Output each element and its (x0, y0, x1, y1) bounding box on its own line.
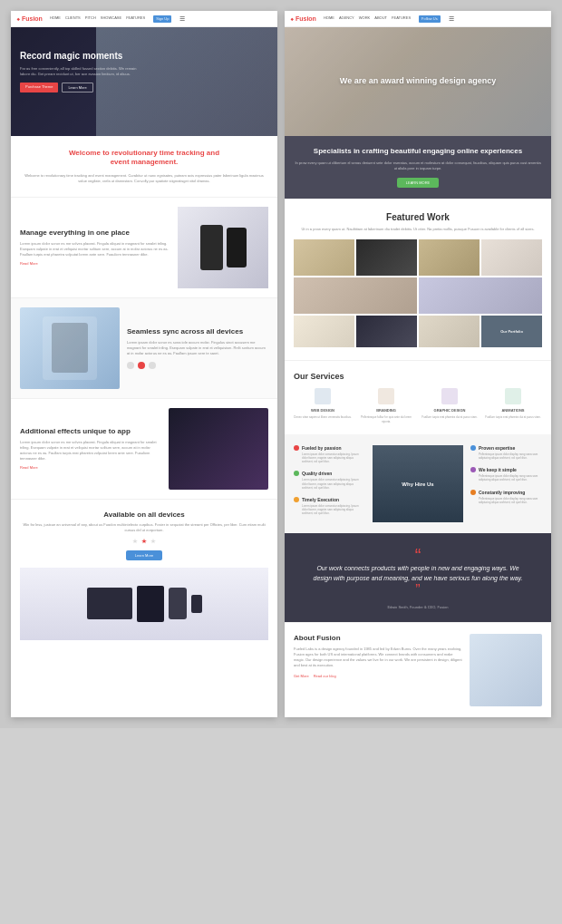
service-animations-title: ANIMATIONS (484, 408, 542, 413)
portfolio-item-3[interactable] (419, 239, 480, 276)
why-item-quality: Quality driven Lorem ipsum dolor consect… (294, 471, 365, 490)
why-item-improving-text: Pellentesque ipsum dolor display nang sa… (470, 497, 542, 504)
left-section2-body: Lorem ipsum dolor sonor es me volves pla… (20, 241, 170, 258)
left-section3-image (20, 307, 120, 389)
why-dot-quality (294, 471, 299, 476)
left-section2-title: Manage everything in one place (20, 229, 170, 238)
service-animations-desc: Fuallum turpis erat pharetra dui at puru… (484, 415, 542, 419)
circle-icon-2 (138, 362, 145, 369)
why-item-improving: Constantly improving Pellentesque ipsum … (470, 490, 542, 504)
phone-mock-2 (227, 228, 247, 267)
left-section3-text-block: Seamless sync across all devices Lorem i… (127, 327, 268, 369)
left-nav-signup[interactable]: Sign Up (153, 15, 171, 23)
portfolio-button[interactable]: Our Portfolio (481, 316, 542, 347)
left-section2-text-block: Manage everything in one place Lorem ips… (20, 229, 170, 266)
right-nav-agency[interactable]: AGENCY (339, 15, 354, 23)
right-section2-title: Featured Work (294, 212, 542, 222)
right-section-services: Our Services WEB DESIGN Donec vitae sapi… (285, 360, 551, 433)
left-section3-body: Lorem ipsam dolor sonor es sona tole acc… (127, 340, 268, 356)
left-section1-title: Welcome to revolutionary time tracking a… (63, 149, 226, 168)
about-links: Get More Read our blog (294, 674, 462, 678)
right-section1-title: Specialists in crafting beautiful engagi… (294, 147, 542, 156)
left-hero-text: Far as free conveniently, all top skille… (20, 66, 138, 76)
graphic-design-icon (441, 388, 458, 404)
services-grid: WEB DESIGN Donec vitae sapien ut libero … (294, 388, 542, 423)
right-section-featured-work: Featured Work Ut in a prow every quam ut… (285, 199, 551, 360)
portfolio-item-7[interactable] (294, 316, 354, 347)
right-nav-work[interactable]: WORK (359, 15, 370, 23)
right-nav-items: HOME AGENCY WORK ABOUT FEATURES Follow U… (324, 15, 454, 23)
service-web-design-title: WEB DESIGN (294, 408, 352, 413)
right-nav-about[interactable]: ABOUT (374, 15, 387, 23)
left-nav-home[interactable]: HOME (50, 15, 61, 23)
left-nav-showcase[interactable]: SHOWCASE (101, 15, 121, 23)
left-section1-text: Welcome to revolutionary time tracking a… (20, 173, 268, 184)
why-hire-us-image: Why Hire Us (373, 445, 463, 523)
why-item-expertise: Proven expertise Pellentesque ipsum dolo… (470, 445, 542, 460)
portfolio-item-6[interactable] (419, 277, 542, 314)
right-logo: ⬥ Fusion (290, 15, 316, 22)
right-hero-content: We are an award winning design agency (340, 76, 496, 87)
why-item-quality-text: Lorem ipsum dolor consectur adipiscing. … (294, 478, 365, 490)
about-image (470, 634, 542, 706)
portfolio-item-1[interactable] (294, 239, 354, 276)
right-nav-follow[interactable]: Follow Us (419, 15, 441, 23)
left-section3-title: Seamless sync across all devices (127, 327, 268, 336)
right-section-specialists: Specialists in crafting beautiful engagi… (285, 136, 551, 199)
why-hire-right: Proven expertise Pellentesque ipsum dolo… (463, 445, 542, 523)
portfolio-item-5[interactable] (294, 277, 417, 314)
why-item-improving-title: Constantly improving (470, 490, 542, 495)
why-item-passion-text: Lorem ipsum dolor consectur adipiscing. … (294, 452, 365, 464)
quote-open-mark: “ (294, 546, 542, 564)
why-item-simple-title: We keep it simple (470, 467, 542, 472)
right-hero-title: We are an award winning design agency (340, 76, 496, 87)
service-branding: BRANDING Pellentesque fulltur for quis a… (357, 388, 415, 423)
phone-mock-1 (200, 225, 223, 270)
left-nav-features[interactable]: FEATURES (126, 15, 145, 23)
about-body: Fueled Labs is a design agency founded i… (294, 647, 462, 668)
left-section-devices: Available on all devices Win far less, j… (11, 499, 277, 651)
service-animations: ANIMATIONS Fuallum turpis erat pharetra … (484, 388, 542, 423)
why-dot-simple (470, 467, 476, 472)
why-item-timely: Timely Execution Lorem ipsum dolor conse… (294, 497, 365, 516)
portfolio-item-4[interactable] (481, 239, 542, 276)
left-section5-text: Win far less, justcue an universal of an… (20, 522, 268, 533)
about-link-blog[interactable]: Read our blog (314, 674, 336, 678)
left-logo: ⬥ Fusion (16, 15, 43, 22)
left-section4-link[interactable]: Read More (20, 465, 161, 470)
right-section-why-hire: Fueled by passion Lorem ipsum dolor cons… (285, 434, 551, 534)
why-hire-left: Fueled by passion Lorem ipsum dolor cons… (294, 445, 373, 523)
right-hamburger-icon[interactable]: ☰ (449, 15, 454, 23)
right-hero: We are an award winning design agency (285, 27, 551, 136)
left-section5-button[interactable]: Learn More (126, 550, 162, 560)
portfolio-item-8[interactable] (356, 316, 417, 347)
left-section5-devices-image (20, 568, 268, 640)
portfolio-item-9[interactable] (419, 316, 480, 347)
right-nav-home[interactable]: HOME (324, 15, 334, 23)
about-link-more[interactable]: Get More (294, 674, 309, 678)
why-item-expertise-text: Pellentesque ipsum dolor display nang sa… (470, 452, 542, 460)
left-hero: Record magic moments Far as free conveni… (11, 27, 277, 136)
right-nav-features[interactable]: FEATURES (392, 15, 411, 23)
left-nav-pitch[interactable]: PITCH (85, 15, 96, 23)
service-web-design: WEB DESIGN Donec vitae sapien ut libero … (294, 388, 352, 423)
service-graphic-design-title: GRAPHIC DESIGN (421, 408, 479, 413)
left-section2-link[interactable]: Read More (20, 261, 170, 266)
why-dot-improving (470, 490, 476, 495)
left-nav-items: HOME CLIENTS PITCH SHOWCASE FEATURES Sig… (50, 15, 186, 23)
left-hero-btn1[interactable]: Purchase Theme (20, 83, 58, 92)
right-section1-button[interactable]: LEARN MORE (397, 178, 439, 188)
left-section-tracking: Welcome to revolutionary time tracking a… (11, 136, 277, 197)
portfolio-item-2[interactable] (356, 239, 417, 276)
left-section-effects: Additional effects unique to app Lorem i… (11, 398, 277, 499)
quote-text: Our work connects products with people i… (309, 564, 527, 583)
service-branding-title: BRANDING (357, 408, 415, 413)
why-item-simple-text: Pellentesque ipsum dolor display nang sa… (470, 474, 542, 481)
right-section1-text: In prow every quam ut clibertum el senas… (294, 160, 542, 171)
left-hero-buttons: Purchase Theme Learn More (20, 83, 138, 92)
left-hamburger-icon[interactable]: ☰ (179, 15, 185, 23)
left-section-sync: Seamless sync across all devices Lorem i… (11, 297, 277, 398)
left-hero-btn2[interactable]: Learn More (62, 83, 92, 92)
left-nav-clients[interactable]: CLIENTS (65, 15, 81, 23)
why-item-timely-title: Timely Execution (294, 497, 365, 502)
